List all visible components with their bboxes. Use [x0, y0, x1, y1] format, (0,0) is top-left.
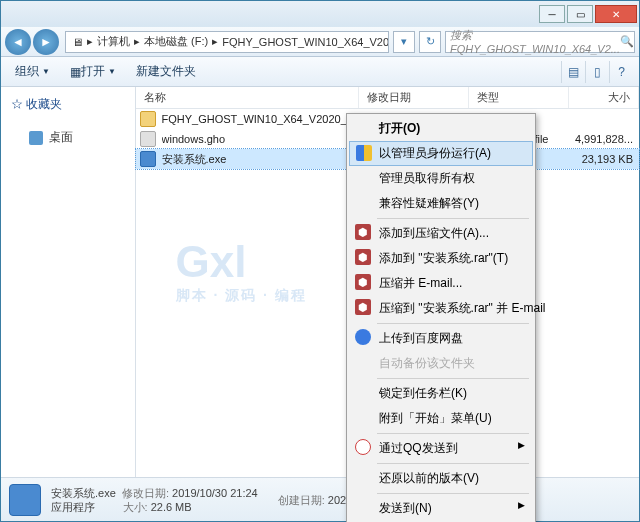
rar-icon: ⬢ [355, 299, 371, 315]
preview-pane-button[interactable]: ▯ [585, 61, 609, 83]
toolbar: 组织▼ ▦ 打开▼ 新建文件夹 ▤ ▯ ? [1, 57, 639, 87]
submenu-arrow-icon: ▶ [518, 500, 525, 510]
separator [377, 463, 529, 464]
ctx-add-rar[interactable]: ⬢添加到 "安装系统.rar"(T) [349, 246, 533, 271]
favorites-header[interactable]: ☆ 收藏夹 [1, 93, 135, 116]
explorer-window: ─ ▭ ✕ ◄ ► 🖥 ▸ 计算机 ▸ 本地磁盘 (F:) ▸ FQHY_GHO… [0, 0, 640, 522]
col-size[interactable]: 大小 [569, 87, 639, 108]
rar-icon: ⬢ [355, 249, 371, 265]
ctx-auto-backup[interactable]: 自动备份该文件夹 [349, 351, 533, 376]
rar-icon: ⬢ [355, 274, 371, 290]
computer-icon: 🖥 [72, 36, 83, 48]
search-icon: 🔍 [620, 35, 634, 48]
crumb-folder[interactable]: FQHY_GHOST_WIN10_X64_V2020_07 [222, 36, 389, 48]
ctx-open[interactable]: 打开(O) [349, 116, 533, 141]
separator [377, 323, 529, 324]
address-dropdown[interactable]: ▾ [393, 31, 415, 53]
open-button[interactable]: ▦ 打开▼ [62, 60, 124, 83]
chevron-down-icon: ▼ [42, 67, 50, 76]
ctx-restore-version[interactable]: 还原以前的版本(V) [349, 466, 533, 491]
separator [377, 218, 529, 219]
sidebar: ☆ 收藏夹 桌面 [1, 87, 136, 477]
crumb-drive[interactable]: 本地磁盘 (F:) [144, 34, 208, 49]
desktop-icon [29, 131, 43, 145]
organize-button[interactable]: 组织▼ [7, 60, 58, 83]
ctx-send-to[interactable]: 发送到(N)▶ [349, 496, 533, 521]
help-button[interactable]: ? [609, 61, 633, 83]
file-icon [140, 131, 156, 147]
ctx-pin-start[interactable]: 附到「开始」菜单(U) [349, 406, 533, 431]
ctx-baidu-upload[interactable]: 上传到百度网盘 [349, 326, 533, 351]
baidu-icon [355, 329, 371, 345]
col-name[interactable]: 名称 [136, 87, 360, 108]
ctx-add-archive[interactable]: ⬢添加到压缩文件(A)... [349, 221, 533, 246]
separator [377, 378, 529, 379]
ctx-pin-taskbar[interactable]: 锁定到任务栏(K) [349, 381, 533, 406]
crumb-computer[interactable]: 计算机 [97, 34, 130, 49]
search-input[interactable]: 搜索 FQHY_GHOST_WIN10_X64_V2... 🔍 [445, 31, 635, 53]
exe-icon [140, 151, 156, 167]
qq-icon [355, 439, 371, 455]
breadcrumb[interactable]: 🖥 ▸ 计算机 ▸ 本地磁盘 (F:) ▸ FQHY_GHOST_WIN10_X… [65, 31, 389, 53]
ctx-take-ownership[interactable]: 管理员取得所有权 [349, 166, 533, 191]
new-folder-button[interactable]: 新建文件夹 [128, 60, 204, 83]
folder-icon [140, 111, 156, 127]
watermark: Gxl 脚本 · 源码 · 编程 [176, 237, 307, 305]
ctx-compat-troubleshoot[interactable]: 兼容性疑难解答(Y) [349, 191, 533, 216]
search-placeholder: 搜索 FQHY_GHOST_WIN10_X64_V2... [450, 28, 620, 55]
rar-icon: ⬢ [355, 224, 371, 240]
column-header: 名称 修改日期 类型 大小 [136, 87, 640, 109]
navbar: ◄ ► 🖥 ▸ 计算机 ▸ 本地磁盘 (F:) ▸ FQHY_GHOST_WIN… [1, 27, 639, 57]
ctx-run-as-admin[interactable]: 以管理员身份运行(A) [349, 141, 533, 166]
status-filename: 安装系统.exe [51, 487, 116, 499]
col-date[interactable]: 修改日期 [359, 87, 469, 108]
col-type[interactable]: 类型 [469, 87, 569, 108]
minimize-button[interactable]: ─ [539, 5, 565, 23]
ctx-qq-send[interactable]: 通过QQ发送到▶ [349, 436, 533, 461]
shield-icon [356, 145, 372, 161]
separator [377, 433, 529, 434]
context-menu: 打开(O) 以管理员身份运行(A) 管理员取得所有权 兼容性疑难解答(Y) ⬢添… [346, 113, 536, 522]
status-filetype: 应用程序 [51, 501, 95, 513]
submenu-arrow-icon: ▶ [518, 440, 525, 450]
forward-button[interactable]: ► [33, 29, 59, 55]
maximize-button[interactable]: ▭ [567, 5, 593, 23]
refresh-button[interactable]: ↻ [419, 31, 441, 53]
ctx-zip-rar-email[interactable]: ⬢压缩到 "安装系统.rar" 并 E-mail [349, 296, 533, 321]
titlebar: ─ ▭ ✕ [1, 1, 639, 27]
body: ☆ 收藏夹 桌面 名称 修改日期 类型 大小 FQHY_GHOST_WIN10_… [1, 87, 639, 477]
status-file-icon [9, 484, 41, 516]
view-button[interactable]: ▤ [561, 61, 585, 83]
back-button[interactable]: ◄ [5, 29, 31, 55]
separator [377, 493, 529, 494]
sidebar-desktop[interactable]: 桌面 [1, 126, 135, 149]
ctx-zip-email[interactable]: ⬢压缩并 E-mail... [349, 271, 533, 296]
status-bar: 安装系统.exe 修改日期: 2019/10/30 21:24 应用程序 大小:… [1, 477, 639, 521]
close-button[interactable]: ✕ [595, 5, 637, 23]
